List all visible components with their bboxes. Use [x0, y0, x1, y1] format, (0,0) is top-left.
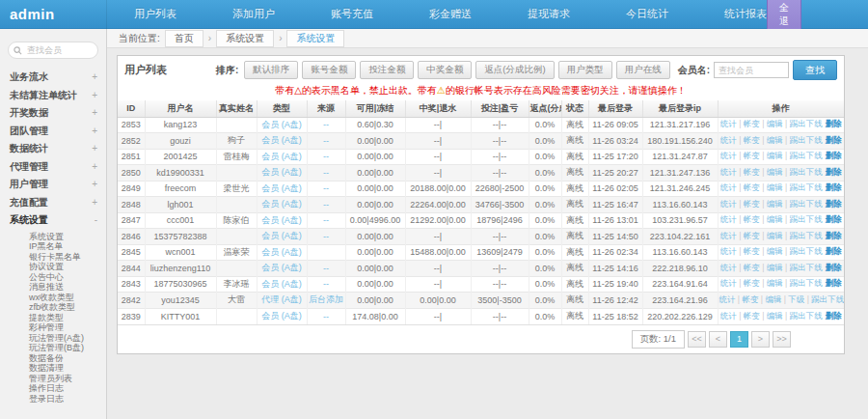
- action-link[interactable]: 统计: [720, 231, 737, 240]
- action-link[interactable]: 编辑: [767, 231, 783, 240]
- action-link[interactable]: 帐变: [744, 151, 760, 160]
- action-link[interactable]: 统计: [720, 199, 737, 209]
- delete-link[interactable]: 删除: [826, 214, 842, 224]
- action-link[interactable]: 踢出下线: [790, 311, 823, 321]
- action-link[interactable]: 帐变: [744, 182, 760, 192]
- sort-button[interactable]: 投注金额: [360, 61, 414, 79]
- action-link[interactable]: 统计: [720, 263, 737, 272]
- page-button[interactable]: >>: [773, 331, 791, 348]
- sidebar-subitem[interactable]: 协议设置: [0, 262, 106, 272]
- nav-item[interactable]: 添加用户: [232, 7, 275, 21]
- sidebar-subitem[interactable]: 管理员列表: [0, 374, 106, 384]
- page-button[interactable]: >: [751, 331, 770, 348]
- action-link[interactable]: 踢出下线: [790, 231, 823, 240]
- delete-link[interactable]: 删除: [826, 151, 842, 160]
- action-link[interactable]: 帐变: [744, 167, 760, 177]
- sidebar-subitem[interactable]: 系统设置: [0, 232, 106, 242]
- sidebar-subitem[interactable]: 彩种管理: [0, 322, 106, 333]
- action-link[interactable]: 编辑: [767, 278, 783, 288]
- page-button[interactable]: 1: [730, 331, 748, 348]
- delete-link[interactable]: 删除: [826, 167, 842, 177]
- action-link[interactable]: 帐变: [744, 199, 760, 209]
- action-link[interactable]: 编辑: [767, 214, 783, 224]
- breadcrumb-item[interactable]: 系统设置: [216, 30, 274, 47]
- action-link[interactable]: 帐变: [744, 263, 760, 272]
- sort-button[interactable]: 中奖金额: [418, 61, 472, 79]
- delete-link[interactable]: 删除: [826, 119, 842, 128]
- action-link[interactable]: 帐变: [742, 294, 758, 304]
- sidebar-item[interactable]: 团队管理+: [0, 123, 106, 141]
- sidebar-subitem[interactable]: IP黑名单: [0, 241, 106, 252]
- search-button[interactable]: 查找: [793, 60, 837, 80]
- action-link[interactable]: 统计: [720, 278, 737, 288]
- action-link[interactable]: 踢出下线: [790, 278, 823, 288]
- delete-link[interactable]: 删除: [826, 135, 842, 145]
- sidebar-item[interactable]: 开奖数据+: [0, 104, 106, 123]
- nav-item[interactable]: 用户列表: [134, 7, 176, 21]
- column-header[interactable]: 可用|冻结: [345, 100, 405, 117]
- action-link[interactable]: 统计: [719, 294, 736, 304]
- action-link[interactable]: 帐变: [744, 119, 760, 128]
- action-link[interactable]: 帐变: [744, 214, 760, 224]
- action-link[interactable]: 踢出下线: [790, 151, 823, 160]
- action-link[interactable]: 编辑: [767, 311, 783, 321]
- delete-link[interactable]: 删除: [826, 278, 842, 288]
- sort-button[interactable]: 用户类型: [558, 61, 612, 79]
- sidebar-subitem[interactable]: 玩法管理(A盘): [0, 333, 106, 344]
- sidebar-subitem[interactable]: 消息推送: [0, 282, 106, 293]
- column-header[interactable]: 最后登录: [588, 100, 642, 117]
- delete-link[interactable]: 删除: [826, 199, 842, 209]
- action-link[interactable]: 踢出下线: [790, 167, 823, 177]
- sidebar-subitem[interactable]: 公告中心: [0, 272, 106, 283]
- breadcrumb-item[interactable]: 系统设置: [286, 30, 344, 47]
- sort-button[interactable]: 默认排序: [244, 61, 298, 79]
- column-header[interactable]: 中奖|退水: [405, 100, 471, 117]
- sidebar-item[interactable]: 代理管理+: [0, 158, 106, 177]
- delete-link[interactable]: 删除: [826, 182, 842, 192]
- sidebar-item[interactable]: 系统设置-: [0, 211, 106, 230]
- action-link[interactable]: 编辑: [767, 246, 783, 256]
- action-link[interactable]: 踢出下线: [790, 214, 823, 224]
- sidebar-item[interactable]: 数据统计+: [0, 140, 106, 158]
- action-link[interactable]: 帐变: [744, 231, 760, 240]
- nav-item[interactable]: 今日统计: [626, 7, 668, 21]
- sidebar-subitem[interactable]: 银行卡黑名单: [0, 252, 106, 263]
- sidebar-subitem[interactable]: 登录日志: [0, 394, 106, 405]
- sidebar-item[interactable]: 未结算注单统计+: [0, 87, 106, 105]
- action-link[interactable]: 帐变: [744, 278, 760, 288]
- sidebar-subitem[interactable]: 数据清理: [0, 363, 106, 374]
- column-header[interactable]: 状态: [561, 100, 588, 117]
- sidebar-subitem[interactable]: wx收款类型: [0, 293, 106, 303]
- action-link[interactable]: 统计: [720, 135, 737, 145]
- sidebar-subitem[interactable]: 操作日志: [0, 383, 106, 394]
- column-header[interactable]: 来源: [307, 100, 345, 117]
- sidebar-item[interactable]: 业务流水+: [0, 69, 106, 87]
- member-name-input[interactable]: [714, 62, 789, 78]
- column-header[interactable]: 用户名: [145, 100, 216, 117]
- nav-item[interactable]: 彩金赠送: [429, 7, 472, 21]
- action-link[interactable]: 踢出下线: [811, 294, 844, 304]
- action-link[interactable]: 编辑: [767, 182, 783, 192]
- column-header[interactable]: 返点(分成): [529, 100, 561, 117]
- sidebar-subitem[interactable]: 数据备份: [0, 353, 106, 364]
- column-header[interactable]: 操作: [718, 100, 844, 117]
- action-link[interactable]: 帐变: [744, 311, 760, 321]
- sort-button[interactable]: 返点(分成比例): [475, 61, 554, 79]
- column-header[interactable]: 最后登录ip: [642, 100, 718, 117]
- breadcrumb-item[interactable]: 首页: [165, 30, 203, 47]
- action-link[interactable]: 编辑: [767, 199, 783, 209]
- action-link[interactable]: 踢出下线: [790, 263, 823, 272]
- sort-button[interactable]: 账号金额: [302, 61, 356, 79]
- nav-item[interactable]: 统计报表: [724, 7, 767, 21]
- action-link[interactable]: 统计: [720, 182, 737, 192]
- page-button[interactable]: <: [709, 331, 727, 348]
- sidebar-subitem[interactable]: 提款类型: [0, 313, 106, 323]
- action-link[interactable]: 帐变: [744, 246, 760, 256]
- member-search-input[interactable]: [25, 44, 93, 56]
- action-link[interactable]: 编辑: [767, 119, 783, 128]
- column-header[interactable]: 投注|盈亏: [471, 100, 529, 117]
- action-link[interactable]: 踢出下线: [790, 182, 823, 192]
- sidebar-subitem[interactable]: 玩法管理(B盘): [0, 343, 106, 353]
- nav-item[interactable]: 提现请求: [528, 7, 570, 21]
- action-link[interactable]: 编辑: [767, 135, 783, 145]
